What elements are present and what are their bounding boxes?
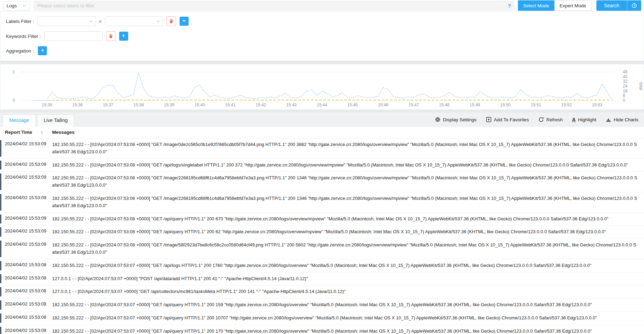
- delete-label-filter-button[interactable]: [166, 16, 176, 26]
- chevron-down-icon: [22, 5, 26, 7]
- svg-text:15:47: 15:47: [408, 103, 419, 107]
- svg-text:15:44: 15:44: [317, 103, 327, 107]
- bar-chart-icon: [606, 117, 611, 122]
- keywords-filter-input[interactable]: [44, 31, 103, 41]
- log-histogram-chart: 10484032241680total15:3515:3615:3715:381…: [0, 66, 644, 110]
- report-time-cell: 2024/04/02 15:53:09: [0, 195, 52, 210]
- message-cell: 182.150.55.222 - - [02/Apr/2024:07:53:08…: [52, 195, 644, 210]
- svg-text:0: 0: [13, 98, 15, 103]
- search-button[interactable]: Search: [596, 0, 627, 11]
- table-row[interactable]: 2024/04/02 15:53:09182.150.55.222 - - [0…: [0, 213, 644, 226]
- table-row[interactable]: 2024/04/02 15:53:09182.150.55.222 - - [0…: [0, 159, 644, 172]
- svg-text:8: 8: [623, 93, 625, 98]
- table-row[interactable]: 2024/04/02 15:53:09182.150.55.222 - - [0…: [0, 226, 644, 239]
- table-row[interactable]: 2024/04/02 15:53:08182.150.55.222 - - [0…: [0, 312, 644, 325]
- question-mark-icon[interactable]: ?: [508, 3, 511, 9]
- table-row[interactable]: 2024/04/02 15:53:08182.150.55.222 - - [0…: [0, 299, 644, 312]
- message-cell: 182.150.55.222 - - [02/Apr/2024:07:53:07…: [52, 301, 644, 309]
- plus-icon: +: [122, 32, 125, 40]
- svg-text:15:52: 15:52: [561, 103, 572, 107]
- report-time-column-header[interactable]: Report Time ▲▼: [0, 130, 52, 135]
- time-range-button[interactable]: [627, 0, 641, 11]
- table-row[interactable]: 2024/04/02 15:53:09182.150.55.222 - - [0…: [0, 239, 644, 259]
- messages-label: Messages: [52, 130, 75, 135]
- table-row[interactable]: 2024/04/02 15:53:09182.150.55.222 - - [0…: [0, 172, 644, 192]
- report-time-cell: 2024/04/02 15:53:08: [0, 328, 52, 334]
- svg-text:48: 48: [623, 70, 628, 74]
- add-keyword-filter-button[interactable]: +: [119, 32, 128, 41]
- report-time-cell: 2024/04/02 15:53:09: [0, 162, 52, 169]
- hide-charts-label: Hide Charts: [614, 117, 638, 122]
- table-row[interactable]: 2024/04/02 15:53:08182.150.55.222 - - [0…: [0, 259, 644, 272]
- svg-text:0: 0: [623, 98, 625, 103]
- trash-icon: [108, 34, 113, 39]
- plus-square-icon: [486, 117, 492, 122]
- message-cell: 182.150.55.222 - - [02/Apr/2024:07:53:07…: [52, 328, 644, 334]
- report-time-cell: 2024/04/02 15:53:08: [0, 288, 52, 295]
- select-mode-button[interactable]: Select Mode: [518, 0, 554, 11]
- add-to-favorites-label: Add To Favorites: [494, 117, 529, 122]
- plus-icon: +: [182, 17, 186, 25]
- svg-text:16: 16: [623, 89, 628, 93]
- operator-label: =: [99, 19, 102, 24]
- trash-icon: [169, 19, 174, 24]
- labels-filter-input-wrap: ?: [33, 1, 514, 10]
- report-time-cell: 2024/04/02 15:53:09: [0, 215, 52, 223]
- label-key-select[interactable]: [38, 16, 96, 26]
- message-cell: 182.150.55.222 - - [02/Apr/2024:07:53:08…: [52, 174, 644, 189]
- gear-icon: [435, 117, 440, 122]
- keywords-filter-label: Keywords Filter :: [6, 34, 41, 39]
- table-header: Report Time ▲▼ Messages: [0, 127, 644, 138]
- highlight-icon: A: [572, 117, 576, 122]
- table-toolbar: Display Settings Add To Favorites Refres…: [435, 113, 638, 127]
- svg-text:15:39: 15:39: [164, 103, 174, 107]
- add-to-favorites-button[interactable]: Add To Favorites: [486, 117, 529, 122]
- expert-mode-button[interactable]: Expert Mode: [554, 0, 592, 11]
- delete-keyword-filter-button[interactable]: [106, 31, 116, 41]
- highlight-button[interactable]: A Highlight: [572, 117, 596, 122]
- table-row[interactable]: 2024/04/02 15:53:08127.0.0.1 - - [02/Apr…: [0, 285, 644, 299]
- datasource-select[interactable]: Logs: [3, 1, 30, 10]
- message-cell: 182.150.55.222 - - [02/Apr/2024:07:53:07…: [52, 315, 644, 322]
- report-time-label: Report Time: [5, 130, 32, 135]
- mode-toggle: Select Mode Expert Mode: [518, 0, 592, 11]
- svg-text:15:48: 15:48: [439, 103, 449, 107]
- chevron-down-icon: [156, 20, 160, 23]
- chevron-down-icon: [89, 20, 93, 23]
- tab-message[interactable]: Message: [3, 114, 36, 127]
- svg-text:40: 40: [623, 74, 628, 79]
- sort-icon[interactable]: ▲▼: [41, 131, 43, 134]
- table-row[interactable]: 2024/04/02 15:53:08182.150.55.222 - - [0…: [0, 325, 644, 334]
- labels-filter-row: Labels Filter : = +: [6, 16, 638, 26]
- labels-filter-input[interactable]: [33, 1, 514, 10]
- labels-filter-label: Labels Filter :: [6, 19, 34, 24]
- highlight-label: Highlight: [578, 117, 596, 122]
- svg-text:15:46: 15:46: [378, 103, 388, 107]
- report-time-cell: 2024/04/02 15:53:08: [0, 275, 52, 283]
- message-cell: 182.150.55.222 - - [02/Apr/2024:07:53:08…: [52, 141, 644, 156]
- tab-live-tailing[interactable]: Live Tailing: [37, 114, 74, 127]
- log-histogram-card: 10484032241680total15:3515:3615:3715:381…: [0, 64, 644, 110]
- aggregation-row: Aggregation : +: [6, 46, 638, 55]
- report-time-cell: 2024/04/02 15:53:08: [0, 315, 52, 322]
- log-rows: 2024/04/02 15:53:09182.150.55.222 - - [0…: [0, 138, 644, 334]
- svg-text:15:41: 15:41: [225, 103, 236, 107]
- message-cell: 182.150.55.222 - - [02/Apr/2024:07:53:07…: [52, 262, 644, 269]
- add-label-filter-button[interactable]: +: [180, 17, 189, 26]
- table-row[interactable]: 2024/04/02 15:53:09182.150.55.222 - - [0…: [0, 138, 644, 159]
- plus-icon: +: [41, 46, 44, 55]
- report-time-cell: 2024/04/02 15:53:09: [0, 174, 52, 189]
- table-row[interactable]: 2024/04/02 15:53:09182.150.55.222 - - [0…: [0, 192, 644, 213]
- message-cell: 182.150.55.222 - - [02/Apr/2024:07:53:08…: [52, 162, 644, 169]
- report-time-cell: 2024/04/02 15:53:08: [0, 262, 52, 269]
- aggregation-label: Aggregation :: [6, 48, 34, 54]
- hide-charts-button[interactable]: Hide Charts: [606, 117, 638, 122]
- refresh-button[interactable]: Refresh: [538, 117, 563, 122]
- add-aggregation-button[interactable]: +: [38, 46, 47, 55]
- table-row[interactable]: 2024/04/02 15:53:08127.0.0.1 - - [02/Apr…: [0, 272, 644, 286]
- datasource-value: Logs: [7, 3, 17, 8]
- message-cell: 182.150.55.222 - - [02/Apr/2024:07:53:08…: [52, 242, 644, 256]
- display-settings-button[interactable]: Display Settings: [435, 117, 477, 122]
- label-value-select[interactable]: [105, 16, 163, 26]
- report-time-cell: 2024/04/02 15:53:09: [0, 141, 52, 156]
